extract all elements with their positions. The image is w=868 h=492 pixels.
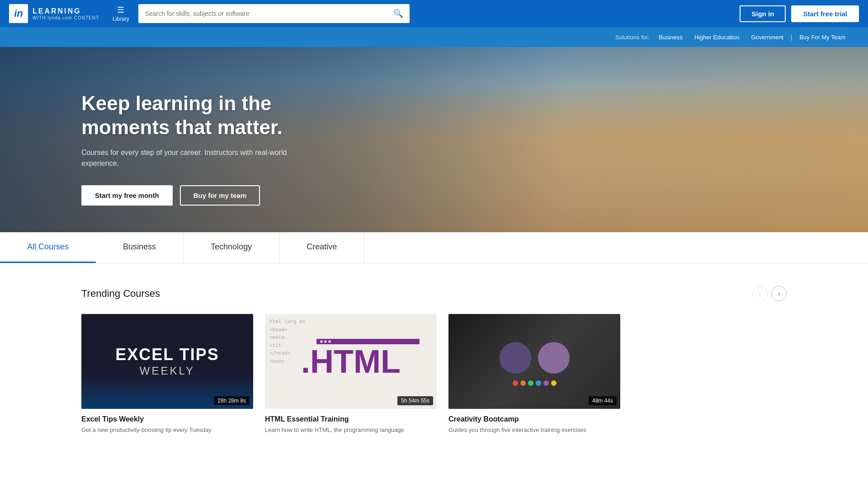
hero-title: Keep learning in the moments that matter… — [81, 92, 353, 140]
tab-technology[interactable]: Technology — [184, 232, 279, 263]
hero-subtitle: Courses for every step of your career. I… — [81, 147, 307, 169]
course-tabs: All Courses Business Technology Creative — [0, 232, 868, 263]
dot-green — [528, 380, 533, 386]
dot-yellow — [551, 380, 557, 386]
higher-education-link[interactable]: Higher Education — [690, 34, 744, 41]
excel-thumbnail: EXCEL TIPSWEEKLY 28h 28m 8s — [81, 314, 253, 409]
html-card-title: HTML Essential Training — [265, 415, 437, 423]
linkedin-in-icon: in — [14, 8, 23, 19]
library-icon: ☰ — [117, 5, 124, 15]
creativity-content — [500, 337, 570, 386]
creativity-dots-row — [513, 380, 557, 386]
html-dot-3 — [328, 340, 331, 343]
html-dot-2 — [324, 340, 327, 343]
excel-title-text: EXCEL TIPSWEEKLY — [115, 347, 219, 376]
html-card-desc: Learn how to write HTML, the programming… — [265, 426, 437, 434]
creativity-thumbnail: 48m 44s — [448, 314, 620, 409]
logo-learning-text: LEARNING — [33, 7, 99, 15]
html-duration: 5h 54m 55s — [397, 396, 433, 405]
search-input[interactable] — [138, 5, 387, 22]
search-bar: 🔍 — [138, 4, 410, 23]
buy-for-team-button[interactable]: Buy for my team — [180, 185, 260, 206]
solutions-label: Solutions for: — [615, 34, 650, 41]
creativity-card-title: Creativity Bootcamp — [448, 415, 620, 423]
creativity-sim — [448, 314, 620, 409]
tab-all-courses[interactable]: All Courses — [0, 232, 96, 263]
html-dots — [320, 340, 331, 343]
excel-card-desc: Get a new productivity-boosting tip ever… — [81, 426, 253, 434]
html-code-bg: html lang en <head> <meta <tit </head> <… — [269, 318, 305, 365]
course-card-html[interactable]: html lang en <head> <meta <tit </head> <… — [265, 314, 437, 434]
carousel-next-button[interactable]: › — [771, 286, 787, 301]
carousel-prev-button[interactable]: ‹ — [752, 286, 768, 301]
library-nav[interactable]: ☰ Library — [113, 5, 129, 22]
tab-creative[interactable]: Creative — [279, 232, 364, 263]
logo-text: LEARNING WITH lynda.com CONTENT — [33, 7, 99, 20]
government-link[interactable]: Government — [746, 34, 788, 41]
excel-card-title: Excel Tips Weekly — [81, 415, 253, 423]
person-head-2 — [538, 342, 570, 374]
hero-content: Keep learning in the moments that matter… — [0, 74, 353, 206]
main-header: in LEARNING WITH lynda.com CONTENT ☰ Lib… — [0, 0, 868, 27]
excel-duration: 28h 28m 8s — [214, 396, 250, 405]
logo-area: in LEARNING WITH lynda.com CONTENT — [9, 4, 99, 23]
start-free-month-button[interactable]: Start my free month — [81, 185, 173, 206]
trending-section: Trending Courses ‹ › EXCEL TIPSWEEKLY 28… — [0, 263, 868, 452]
trending-header: Trending Courses ‹ › — [81, 286, 787, 301]
course-card-creativity[interactable]: 48m 44s Creativity Bootcamp Guides you t… — [448, 314, 620, 434]
dot-blue — [536, 380, 541, 386]
signin-button[interactable]: Sign in — [740, 5, 786, 22]
business-link[interactable]: Business — [654, 34, 687, 41]
hero-section: Keep learning in the moments that matter… — [0, 47, 868, 232]
search-button[interactable]: 🔍 — [387, 4, 410, 23]
sub-header: Solutions for: Business Higher Education… — [0, 27, 868, 47]
course-card-excel[interactable]: EXCEL TIPSWEEKLY 28h 28m 8s Excel Tips W… — [81, 314, 253, 434]
start-trial-button[interactable]: Start free trial — [791, 5, 859, 22]
creativity-card-desc: Guides you through five interactive trai… — [448, 426, 620, 434]
tab-business[interactable]: Business — [96, 232, 184, 263]
dot-orange — [520, 380, 526, 386]
course-cards-row: EXCEL TIPSWEEKLY 28h 28m 8s Excel Tips W… — [81, 314, 787, 434]
html-dot-1 — [320, 340, 323, 343]
html-thumbnail: html lang en <head> <meta <tit </head> <… — [265, 314, 437, 409]
carousel-controls: ‹ › — [752, 286, 787, 301]
creativity-duration: 48m 44s — [589, 396, 617, 405]
html-big-text: .HTML — [301, 343, 401, 380]
logo-lynda-text: WITH lynda.com CONTENT — [33, 15, 99, 20]
dot-purple — [543, 380, 549, 386]
html-bar — [316, 339, 420, 344]
divider: | — [791, 34, 792, 41]
person-head-1 — [500, 342, 531, 374]
creativity-people — [500, 337, 570, 374]
linkedin-logo: in — [9, 4, 28, 23]
trending-title: Trending Courses — [81, 288, 160, 300]
library-label: Library — [113, 16, 129, 22]
dot-red — [513, 380, 518, 386]
hero-buttons: Start my free month Buy for my team — [81, 185, 353, 206]
header-actions: Sign in Start free trial — [740, 5, 859, 22]
buy-for-team-link[interactable]: Buy For My Team — [795, 34, 850, 41]
